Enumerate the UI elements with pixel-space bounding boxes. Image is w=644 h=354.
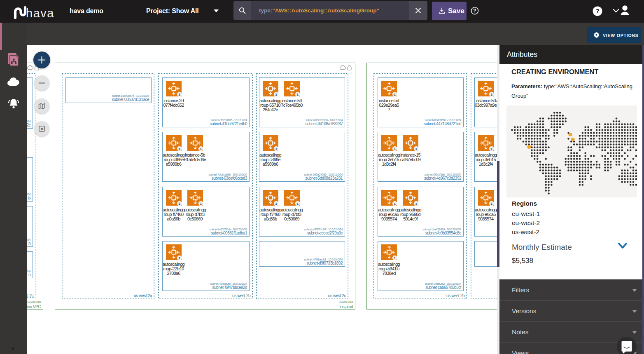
- svg-text:?: ?: [473, 8, 476, 14]
- svg-text:?: ?: [595, 7, 599, 14]
- svg-text:hava: hava: [26, 7, 54, 20]
